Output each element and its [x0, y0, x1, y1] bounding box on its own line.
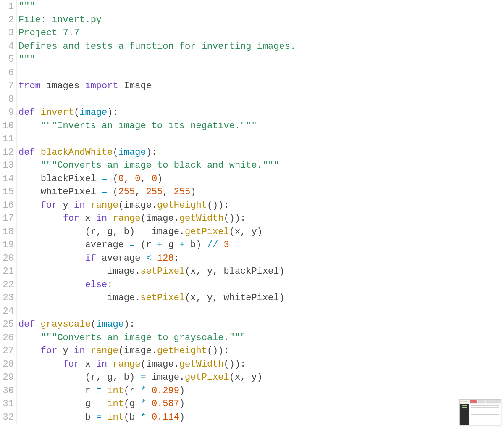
code-token: range	[91, 346, 118, 356]
code-line[interactable]: if average < 128:	[18, 252, 504, 265]
code-line[interactable]: image.setPixel(x, y, whitePixel)	[18, 291, 504, 305]
code-token	[85, 346, 90, 356]
code-line[interactable]: else:	[18, 278, 504, 292]
code-token: from	[18, 81, 41, 91]
line-number: 9	[0, 106, 14, 119]
code-token: *	[140, 412, 146, 423]
code-line[interactable]: """Converts an image to grayscale."""	[18, 331, 504, 345]
code-token: =	[96, 386, 102, 396]
code-token	[146, 386, 152, 396]
code-token	[85, 200, 90, 211]
code-token: getHeight	[157, 346, 207, 356]
thumbnail-tab	[470, 400, 477, 403]
thumbnail-tab	[478, 400, 485, 403]
code-token: 255	[118, 187, 135, 197]
code-line[interactable]: whitePixel = (255, 255, 255)	[18, 185, 504, 199]
code-line[interactable]: b = int(b * 0.114)	[18, 411, 504, 424]
line-number: 24	[0, 305, 14, 318]
code-line[interactable]	[18, 132, 504, 146]
code-token: setPixel	[140, 266, 185, 277]
code-line[interactable]: """Converts an image to black and white.…	[18, 159, 504, 172]
code-token: 0	[152, 174, 157, 184]
code-token: for	[63, 213, 80, 224]
line-number: 11	[0, 132, 14, 146]
code-token: invert	[41, 107, 74, 118]
code-line[interactable]: def blackAndWhite(image):	[18, 146, 504, 159]
code-line[interactable]: average = (r + g + b) // 3	[18, 238, 504, 252]
line-number-gutter: 1234567891011121314151617181920212223242…	[0, 0, 17, 424]
line-number: 29	[0, 371, 14, 384]
code-token: ,	[124, 174, 135, 184]
thumbnail-tab-row	[469, 400, 501, 404]
line-number: 7	[0, 79, 14, 93]
code-token: )	[157, 174, 163, 184]
code-token: =	[140, 372, 146, 383]
code-token: 3	[224, 240, 229, 250]
code-line[interactable]: blackPixel = (0, 0, 0)	[18, 172, 504, 186]
line-number: 5	[0, 53, 14, 66]
code-editor[interactable]: 1234567891011121314151617181920212223242…	[0, 0, 504, 424]
code-line[interactable]	[18, 66, 504, 80]
code-token: y	[57, 200, 74, 211]
code-token: (x, y)	[229, 227, 262, 237]
code-line[interactable]: def invert(image):	[18, 106, 504, 119]
code-token: =	[140, 227, 146, 237]
code-line[interactable]: Project 7.7	[18, 26, 504, 40]
code-line[interactable]: (r, g, b) = image.getPixel(x, y)	[18, 225, 504, 239]
code-token: image.	[18, 293, 140, 303]
code-line[interactable]: for x in range(image.getWidth()):	[18, 212, 504, 225]
code-line[interactable]: def grayscale(image):	[18, 318, 504, 331]
code-token	[146, 399, 152, 409]
line-number: 1	[0, 0, 14, 13]
code-token: (	[74, 107, 79, 118]
line-number: 25	[0, 318, 14, 331]
code-token: =	[96, 412, 102, 423]
thumbnail-tab	[486, 400, 493, 403]
code-token	[146, 412, 152, 423]
line-number: 19	[0, 238, 14, 252]
code-line[interactable]: r = int(r * 0.299)	[18, 384, 504, 398]
code-token	[35, 147, 41, 158]
code-token: in	[74, 346, 85, 356]
code-token: 0.587	[152, 399, 179, 409]
code-line[interactable]	[18, 93, 504, 106]
code-line[interactable]	[18, 305, 504, 318]
code-token	[18, 253, 85, 264]
code-token: b	[18, 412, 96, 423]
code-token: ()):	[207, 346, 229, 356]
code-area[interactable]: """File: invert.pyProject 7.7Defines and…	[17, 0, 504, 424]
code-line[interactable]: from images import Image	[18, 79, 504, 93]
code-token: range	[113, 213, 140, 224]
code-token: """	[18, 1, 35, 12]
code-token: 0.114	[152, 412, 179, 423]
code-token: (x, y)	[229, 372, 262, 383]
code-line[interactable]: image.setPixel(x, y, blackPixel)	[18, 265, 504, 278]
code-line[interactable]: """	[18, 53, 504, 66]
code-token	[35, 319, 41, 330]
code-token: def	[18, 319, 35, 330]
code-token: if	[85, 253, 96, 264]
code-token: import	[85, 81, 118, 91]
code-line[interactable]: Defines and tests a function for inverti…	[18, 40, 504, 53]
code-token: average	[18, 240, 129, 250]
code-token	[18, 213, 63, 224]
code-token: (	[107, 187, 118, 197]
code-line[interactable]: File: invert.py	[18, 13, 504, 27]
window-thumbnail[interactable]	[459, 399, 501, 424]
code-token: range	[113, 359, 140, 370]
code-line[interactable]: for x in range(image.getWidth()):	[18, 358, 504, 371]
line-number: 6	[0, 66, 14, 80]
code-token: r	[18, 386, 96, 396]
code-line[interactable]: """Inverts an image to its negative."""	[18, 119, 504, 133]
code-token: image.	[146, 372, 185, 383]
code-line[interactable]: for y in range(image.getHeight()):	[18, 344, 504, 358]
code-token	[18, 160, 41, 171]
code-token: Defines and tests a function for inverti…	[18, 41, 296, 52]
code-line[interactable]: """	[18, 0, 504, 13]
code-line[interactable]: g = int(g * 0.587)	[18, 397, 504, 411]
code-token: int	[107, 399, 124, 409]
code-token: *	[140, 399, 146, 409]
code-line[interactable]: for y in range(image.getHeight()):	[18, 199, 504, 212]
code-token: (r	[124, 386, 141, 396]
code-line[interactable]: (r, g, b) = image.getPixel(x, y)	[18, 371, 504, 384]
